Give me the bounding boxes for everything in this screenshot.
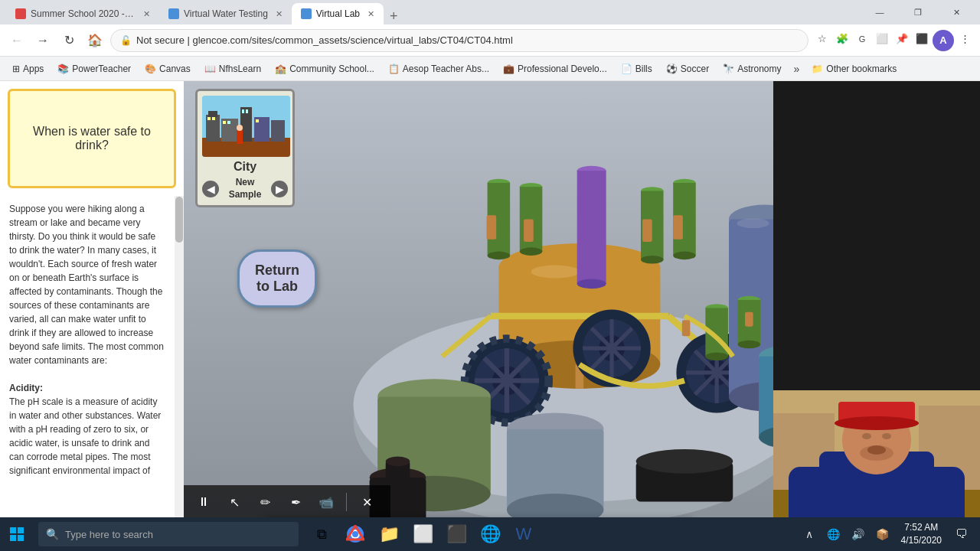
toolbar-close-button[interactable]: ✕ — [354, 490, 379, 514]
tab-favicon-1 — [15, 8, 26, 19]
bookmark-apps[interactable]: ⊞ Apps — [6, 62, 50, 76]
task-view-button[interactable]: ⧉ — [306, 519, 337, 549]
astronomy-icon: 🔭 — [723, 64, 734, 74]
search-icon: 🔍 — [46, 528, 59, 540]
up-arrow-icon[interactable]: ∧ — [799, 523, 820, 545]
bookmark-bills[interactable]: 📄 Bills — [615, 62, 658, 76]
bookmark-soccer[interactable]: ⚽ Soccer — [660, 62, 715, 76]
bookmark-aesop-label: Aesop Teacher Abs... — [403, 64, 489, 74]
tab-water-testing[interactable]: Virtual Water Testing ✕ — [159, 3, 292, 24]
action-center-button[interactable]: 🗨 — [949, 522, 974, 546]
svg-point-107 — [835, 416, 919, 430]
file-explorer-taskbar[interactable]: 📁 — [374, 519, 404, 549]
svg-point-97 — [237, 125, 243, 131]
prev-sample-button[interactable]: ◀ — [202, 181, 219, 197]
text-content: Suppose you were hiking along a stream o… — [9, 202, 175, 478]
main-content: When is water safe to drink? Suppose you… — [0, 81, 980, 551]
svg-rect-22 — [524, 219, 534, 242]
maximize-button[interactable]: ❐ — [900, 0, 936, 24]
taskbar-clock[interactable]: 7:52 AM 4/15/2020 — [895, 521, 948, 547]
svg-rect-91 — [223, 121, 226, 124]
title-bar: Summer School 2020 - Invitati... ✕ Virtu… — [0, 0, 980, 24]
bookmark-powerteacher-label: PowerTeacher — [72, 64, 131, 74]
task-4-icon[interactable]: ⬛ — [441, 519, 472, 549]
tab-virtual-lab[interactable]: Virtual Lab ✕ — [292, 3, 384, 24]
bookmark-soccer-label: Soccer — [681, 64, 709, 74]
app-3-icon: ⬜ — [413, 524, 433, 544]
home-button[interactable]: 🏠 — [84, 30, 106, 51]
svg-point-5 — [531, 266, 580, 279]
more-options-icon[interactable]: ⋮ — [956, 30, 974, 48]
svg-point-20 — [641, 256, 664, 264]
tab-close-2[interactable]: ✕ — [276, 9, 283, 19]
bookmark-other[interactable]: 📁 Other bookmarks — [805, 62, 903, 76]
chrome-extension-1[interactable]: G — [853, 30, 871, 48]
svg-rect-116 — [10, 535, 16, 541]
folder-icon: 📁 — [379, 524, 400, 544]
task-chrome-2[interactable]: 🌐 — [475, 519, 505, 549]
network-icon[interactable]: 🌐 — [823, 523, 844, 545]
word-icon: W — [516, 524, 532, 544]
return-to-lab-button[interactable]: Returnto Lab — [237, 249, 317, 308]
aesop-icon: 📋 — [388, 64, 400, 74]
bookmark-aesop[interactable]: 📋 Aesop Teacher Abs... — [382, 62, 495, 76]
bookmark-powerteacher[interactable]: 📚 PowerTeacher — [51, 62, 137, 76]
extensions-icon[interactable]: 🧩 — [833, 30, 851, 48]
volume-icon[interactable]: 🔊 — [848, 523, 869, 545]
chrome-extension-4[interactable]: ⬛ — [913, 30, 931, 48]
toolbar-separator — [346, 493, 347, 511]
taskbar: 🔍 Type here to search ⧉ 📁 ⬜ ⬛ 🌐 W — [0, 517, 980, 551]
sample-selector: City ◀ NewSample ▶ — [195, 89, 295, 207]
chrome-extension-2[interactable]: ⬜ — [873, 30, 891, 48]
taskbar-search[interactable]: 🔍 Type here to search — [38, 522, 299, 546]
chrome-taskbar[interactable] — [340, 519, 371, 549]
tabs-area: Summer School 2020 - Invitati... ✕ Virtu… — [6, 0, 856, 24]
dropbox-icon[interactable]: 📦 — [872, 523, 893, 545]
forward-button[interactable]: → — [32, 30, 54, 51]
svg-point-66 — [738, 341, 761, 349]
profile-icon[interactable]: A — [933, 30, 954, 51]
bookmark-astronomy-label: Astronomy — [737, 64, 781, 74]
bookmark-canvas[interactable]: 🎨 Canvas — [139, 62, 197, 76]
tab-favicon-3 — [301, 8, 312, 19]
minimize-button[interactable]: — — [862, 0, 897, 24]
tab-summer-school[interactable]: Summer School 2020 - Invitati... ✕ — [6, 3, 159, 24]
new-tab-button[interactable]: + — [384, 8, 404, 24]
back-button[interactable]: ← — [6, 30, 28, 51]
lab-background: City ◀ NewSample ▶ Returnto Lab — [184, 81, 773, 551]
toolbar-pen-button[interactable]: ✏ — [253, 490, 277, 514]
bookmark-nfhs[interactable]: 📖 NfhsLearn — [198, 62, 267, 76]
system-tray-icons: ∧ 🌐 🔊 📦 — [799, 523, 893, 545]
bookmark-canvas-label: Canvas — [159, 64, 191, 74]
scroll-bar[interactable] — [175, 196, 184, 551]
powerteacher-icon: 📚 — [57, 64, 69, 74]
toolbar-cursor-button[interactable]: ↖ — [222, 490, 247, 514]
toolbar-highlighter-button[interactable]: ✒ — [283, 490, 308, 514]
task-word[interactable]: W — [508, 519, 539, 549]
next-sample-button[interactable]: ▶ — [271, 181, 288, 197]
bookmark-community[interactable]: 🏫 Community School... — [269, 62, 381, 76]
bookmark-star-icon[interactable]: ☆ — [813, 30, 831, 48]
svg-rect-23 — [673, 215, 683, 240]
reload-button[interactable]: ↻ — [58, 30, 80, 51]
bookmarks-more[interactable]: » — [789, 61, 805, 77]
svg-rect-21 — [487, 215, 497, 240]
start-button[interactable] — [0, 517, 34, 551]
chrome-extension-3[interactable]: 📌 — [893, 30, 911, 48]
tab-close-1[interactable]: ✕ — [143, 9, 150, 19]
toolbar-camera-button[interactable]: 📹 — [314, 490, 338, 514]
lab-area[interactable]: City ◀ NewSample ▶ Returnto Lab 📹 Screen… — [184, 81, 773, 551]
bookmark-professional[interactable]: 💼 Professional Develo... — [497, 62, 613, 76]
new-sample-text: NewSample — [229, 177, 262, 201]
task-3-icon[interactable]: ⬜ — [407, 519, 438, 549]
bookmark-bills-label: Bills — [635, 64, 652, 74]
bookmark-community-label: Community School... — [289, 64, 374, 74]
close-button[interactable]: ✕ — [939, 0, 974, 24]
address-bar[interactable]: 🔓 Not secure | glencoe.com/sites/common_… — [110, 29, 808, 52]
other-bookmarks-icon: 📁 — [812, 64, 823, 74]
svg-point-17 — [673, 252, 696, 260]
toolbar-pause-button[interactable]: ⏸ — [191, 490, 216, 514]
bookmark-astronomy[interactable]: 🔭 Astronomy — [717, 62, 787, 76]
tab-close-3[interactable]: ✕ — [368, 9, 374, 19]
nfhs-icon: 📖 — [204, 64, 216, 74]
